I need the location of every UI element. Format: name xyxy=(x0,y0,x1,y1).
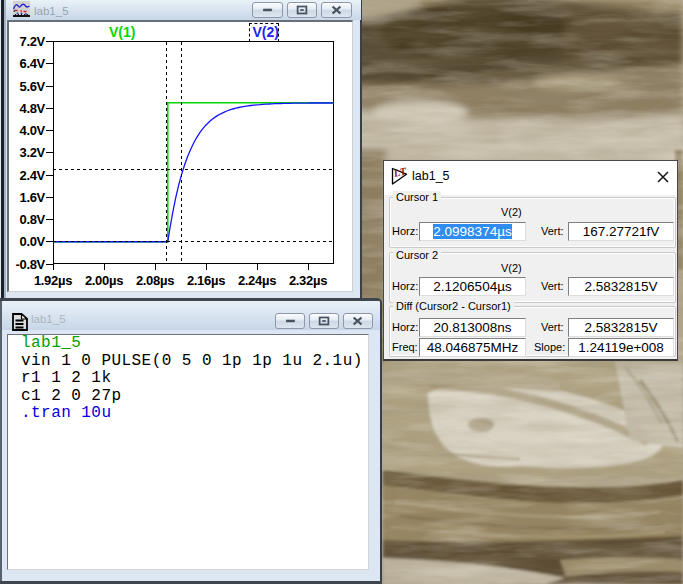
svg-text:LT: LT xyxy=(392,166,408,180)
